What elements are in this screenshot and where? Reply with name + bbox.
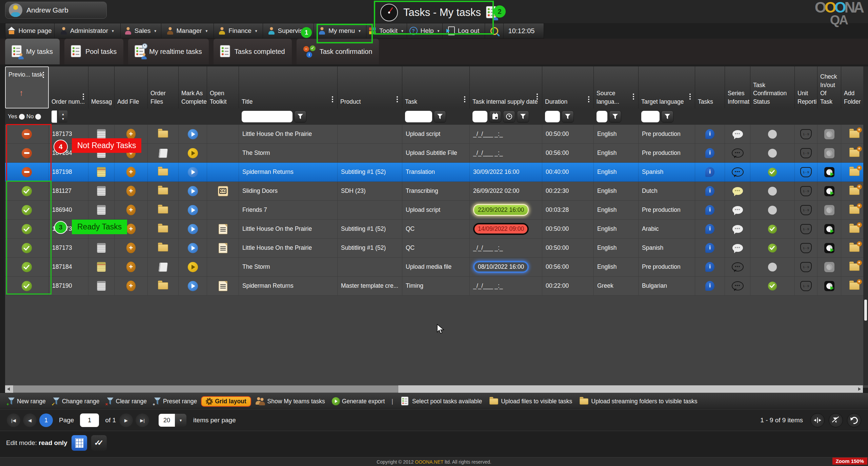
message-gray-icon[interactable] xyxy=(97,243,106,253)
menu-item-manager[interactable]: Manager▼ xyxy=(161,23,214,38)
folder-plus-icon[interactable] xyxy=(849,130,860,138)
info-icon[interactable] xyxy=(705,129,714,139)
order-number-filter-input[interactable] xyxy=(52,110,57,123)
vertical-scrollbar-thumb[interactable] xyxy=(864,300,867,321)
clear-filters-button[interactable] xyxy=(829,413,843,427)
column-header-series[interactable]: Series Informat xyxy=(725,66,750,108)
folder-icon[interactable] xyxy=(158,244,168,251)
clock-on-icon[interactable] xyxy=(824,243,834,253)
target-filter-funnel-button[interactable] xyxy=(661,110,673,123)
menu-item-my-menu[interactable]: My menu▼ xyxy=(314,23,366,38)
search-button[interactable] xyxy=(485,23,504,38)
folder-plus-icon[interactable] xyxy=(849,225,860,233)
items-per-page-select[interactable]: 20 ▼ xyxy=(159,414,186,427)
book-icon[interactable] xyxy=(159,149,168,158)
toolbar-upload-streaming-folders-to-visible-tasks[interactable]: Upload streaming folders to visible task… xyxy=(576,397,700,406)
duration-filter-input[interactable] xyxy=(545,111,560,122)
clock-off-icon[interactable] xyxy=(824,129,834,139)
clock-on-icon[interactable] xyxy=(824,281,834,291)
folder-plus-icon[interactable] xyxy=(849,244,860,252)
add-file-icon[interactable] xyxy=(126,262,136,272)
kebab-menu-icon[interactable] xyxy=(537,94,538,95)
tab-task-confirmation[interactable]: iTask confirmation xyxy=(297,39,379,64)
table-row[interactable]: 187198Spiderman ReturnsSubtitling #1 (52… xyxy=(5,163,868,182)
column-header-source[interactable]: Source langua... xyxy=(594,66,639,108)
play-blue-icon[interactable] xyxy=(188,205,198,215)
menu-item-help[interactable]: ?Help▼ xyxy=(407,23,443,38)
toolbar-clear-range[interactable]: ×Clear range xyxy=(104,396,149,407)
add-file-icon[interactable] xyxy=(126,243,136,253)
kebab-menu-icon[interactable] xyxy=(633,94,634,95)
column-header-message[interactable]: Messag xyxy=(88,66,115,108)
date-time-button[interactable] xyxy=(503,110,515,123)
toolkit-cc-icon[interactable]: CC xyxy=(218,186,228,196)
multi-select-button[interactable]: ✓✓ xyxy=(91,435,107,451)
first-page-button[interactable]: |◀ xyxy=(7,413,20,427)
clock-off-icon[interactable] xyxy=(824,205,834,215)
toolbar-new-range[interactable]: +New range xyxy=(5,396,48,407)
menu-item-log-out[interactable]: Log out xyxy=(443,23,485,38)
add-file-icon[interactable] xyxy=(126,281,136,291)
clock-off-icon[interactable] xyxy=(824,262,834,272)
tab-pool-tasks[interactable]: Pool tasks xyxy=(64,39,123,64)
table-row[interactable]: 186940Friends 7Upload script22/09/2022 1… xyxy=(5,201,868,220)
folder-icon[interactable] xyxy=(158,225,168,232)
toolkit-doc-icon[interactable] xyxy=(219,243,227,253)
clock-on-icon[interactable] xyxy=(824,224,834,234)
toolbar-show-my-teams-tasks[interactable]: Show My teams tasks xyxy=(253,396,328,407)
user-badge[interactable]: Andrew Garb xyxy=(5,2,107,19)
menu-item-finance[interactable]: Finance▼ xyxy=(214,23,263,38)
shield-icon[interactable]: 1 - 9 xyxy=(800,262,812,272)
toolbar-grid-layout[interactable]: Grid layout xyxy=(201,396,251,407)
play-blue-icon[interactable] xyxy=(188,224,198,234)
info-icon[interactable] xyxy=(705,205,714,215)
play-yellow-icon[interactable] xyxy=(188,262,198,272)
shield-icon[interactable]: 1 - 9 xyxy=(800,205,812,215)
add-file-icon[interactable] xyxy=(126,167,136,177)
message-gray-icon[interactable] xyxy=(97,186,106,196)
duration-filter-funnel-button[interactable] xyxy=(562,110,574,123)
column-header-date[interactable]: Task internal supply date xyxy=(470,66,542,108)
shield-icon[interactable]: 1 - 9 xyxy=(800,281,812,291)
folder-plus-icon[interactable] xyxy=(849,282,860,290)
info-icon[interactable] xyxy=(705,224,714,234)
title-filter-input[interactable] xyxy=(242,111,292,122)
toolkit-doc-icon[interactable] xyxy=(219,224,227,234)
source-filter-funnel-button[interactable] xyxy=(609,110,621,123)
column-header-confirm[interactable]: Task Confirmation Status xyxy=(750,66,795,108)
column-header-target[interactable]: Target language xyxy=(639,66,695,108)
chevron-down-icon[interactable]: ▼ xyxy=(175,414,186,427)
message-gray-icon[interactable] xyxy=(97,205,106,215)
add-file-icon[interactable] xyxy=(126,186,136,196)
table-row[interactable]: 187173Little House On the PrairieSubtitl… xyxy=(5,239,868,258)
info-icon[interactable] xyxy=(705,243,714,253)
kebab-menu-icon[interactable] xyxy=(464,96,465,98)
column-header-prev[interactable]: Previo... task↑ xyxy=(5,66,49,108)
menu-item-toolkit[interactable]: Toolkit▼ xyxy=(366,23,407,38)
bubble-white-icon[interactable]: ••• xyxy=(732,206,743,214)
column-header-duration[interactable]: Duration xyxy=(542,66,594,108)
bubble-outline-icon[interactable]: ••• xyxy=(732,281,744,290)
grid-view-button[interactable] xyxy=(72,435,87,451)
play-blue-icon[interactable] xyxy=(188,167,198,177)
column-header-tasks[interactable]: Tasks xyxy=(695,66,725,108)
menu-item-sales[interactable]: Sales▼ xyxy=(121,23,161,38)
kebab-menu-icon[interactable] xyxy=(332,96,333,98)
toolbar-generate-export[interactable]: Generate export xyxy=(329,396,387,407)
title-filter-funnel-button[interactable] xyxy=(294,110,306,123)
toolbar-upload-files-to-visible-tasks[interactable]: Upload files to visible tasks xyxy=(486,397,575,406)
toolbar-change-range[interactable]: ✓Change range xyxy=(50,396,102,407)
table-row[interactable]: 187173Little House On the PrairieSubtitl… xyxy=(5,220,868,239)
add-file-icon[interactable] xyxy=(126,205,136,215)
target-filter-input[interactable] xyxy=(641,111,660,122)
toolkit-doc-icon[interactable] xyxy=(219,281,227,291)
kebab-menu-icon[interactable] xyxy=(397,96,398,98)
refresh-button[interactable] xyxy=(847,413,861,427)
clock-on-icon[interactable] xyxy=(824,186,834,196)
order-number-spinner[interactable]: ▲▼ xyxy=(59,110,67,123)
table-row[interactable]: 187184The StormUpload media file08/10/20… xyxy=(5,258,868,277)
folder-plus-icon[interactable] xyxy=(849,206,860,214)
play-yellow-icon[interactable] xyxy=(188,148,198,158)
horizontal-scrollbar-thumb[interactable] xyxy=(13,385,398,393)
menu-item-administrator[interactable]: Administrator▼ xyxy=(55,23,121,38)
